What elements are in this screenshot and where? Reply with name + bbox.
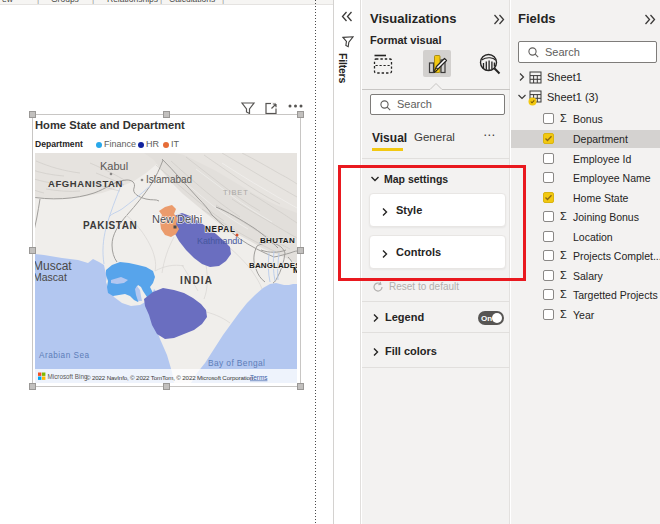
svg-text:M: M [293,265,297,275]
svg-text:Kathmandu: Kathmandu [197,236,242,246]
svg-text:BHUTAN: BHUTAN [260,236,295,245]
svg-text:TIBET: TIBET [223,188,249,197]
svg-text:Mascat: Mascat [35,271,67,283]
svg-text:INDIA: INDIA [180,275,213,286]
svg-text:Bay of Bengal: Bay of Bengal [208,358,265,368]
svg-text:© 2022 NavInfo, © 2022 TomTom,: © 2022 NavInfo, © 2022 TomTom, © 2022 Mi… [86,374,254,381]
svg-text:PAKISTAN: PAKISTAN [83,220,137,231]
svg-text:AFGHANISTAN: AFGHANISTAN [48,178,123,189]
svg-text:New Delhi: New Delhi [152,213,202,225]
svg-text:Microsoft Bing: Microsoft Bing [48,373,88,381]
svg-text:Islamabad: Islamabad [146,174,192,185]
svg-text:Terms: Terms [250,374,267,381]
svg-text:Kabul: Kabul [100,160,128,172]
svg-text:BANGLADESH: BANGLADESH [249,261,297,270]
svg-text:Arabian Sea: Arabian Sea [39,351,90,360]
svg-text:NEPAL: NEPAL [205,225,236,234]
